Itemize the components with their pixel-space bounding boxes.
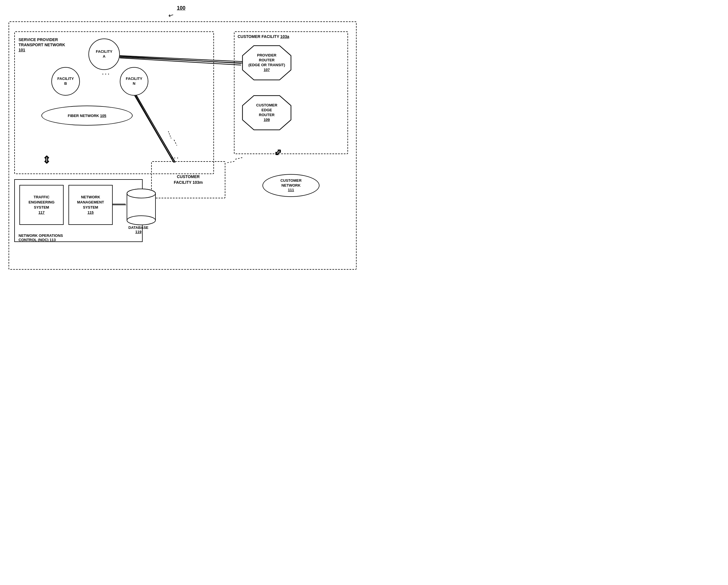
dots-a-n: · · ·	[102, 71, 109, 77]
network-management-box: NETWORK MANAGEMENT SYSTEM 115	[69, 185, 113, 225]
svg-point-14	[127, 216, 155, 225]
facility-b-circle: FACILITY B	[51, 67, 80, 96]
fiber-network-ellipse: FIBER NETWORK 105	[41, 106, 133, 126]
facility-a-circle: FACILITY A	[88, 39, 120, 70]
dbl-arrow-sp-noc: ⇕	[42, 154, 51, 166]
customer-network-ellipse: CUSTOMER NETWORK 111	[262, 174, 319, 197]
diagram-title: 100	[177, 5, 185, 11]
svg-point-15	[127, 189, 155, 198]
database-cylinder	[126, 188, 157, 225]
customer-edge-router-octagon: CUSTOMER EDGE ROUTER 109	[241, 94, 292, 131]
noc-label: NETWORK OPERATIONS CONTROL (NOC) 113	[19, 233, 63, 242]
sp-network-label: SERVICE PROVIDER TRANSPORT NETWORK 101	[19, 37, 65, 53]
facility-n-circle: FACILITY N	[120, 67, 148, 96]
traffic-engineering-box: TRAFFIC ENGINEERING SYSTEM 117	[19, 185, 63, 225]
database-label: DATABASE 119	[128, 225, 148, 234]
customer-facility-103a-label: CUSTOMER FACILITY 103a	[238, 34, 289, 39]
provider-router-octagon: PROVIDER ROUTER (EDGE OR TRANSIT) 107	[241, 44, 292, 81]
title-arrow: ↙	[167, 10, 175, 20]
sp-network-ref: 101	[19, 48, 25, 52]
customer-facility-103m-box: CUSTOMER FACILITY 103m	[151, 161, 225, 198]
diagram-container: 100 ↙ SERVICE PROVIDER TRANSPORT NETWORK…	[0, 0, 364, 292]
